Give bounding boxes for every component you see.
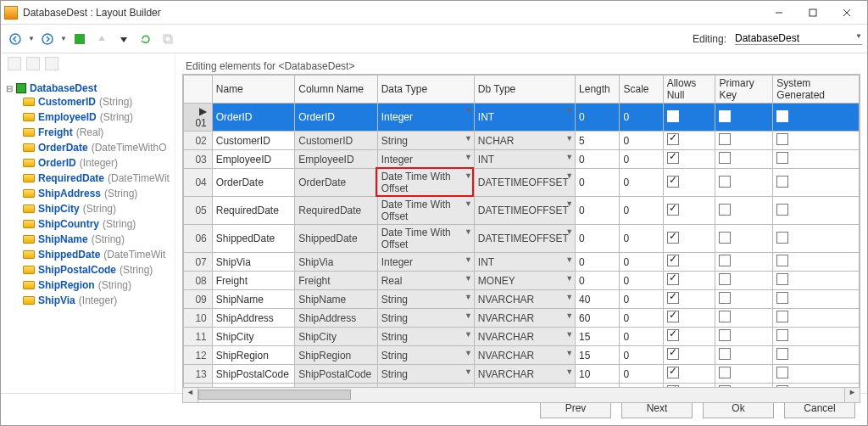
chevron-down-icon[interactable]: ▼ [465,293,472,301]
cell-scale[interactable]: 0 [620,104,663,132]
checkbox-icon[interactable] [719,232,731,244]
row-header[interactable]: 04 [184,169,213,197]
scrollbar-thumb[interactable] [198,390,351,400]
checkbox-icon[interactable] [719,176,731,188]
cell-name[interactable]: CustomerID [212,132,294,150]
row-header[interactable]: 10 [184,309,213,328]
tree-item[interactable]: RequiredDate (DateTimeWit [23,171,171,186]
cell-scale[interactable]: 0 [620,346,663,365]
cell-db-type[interactable]: NVARCHAR▼ [474,309,575,328]
cell-primary-key[interactable] [715,346,773,365]
cell-scale[interactable]: 0 [620,272,663,290]
stop-button[interactable] [70,30,89,48]
checkbox-icon[interactable] [776,367,788,378]
chevron-down-icon[interactable]: ▼ [465,171,472,180]
cell-scale[interactable]: 0 [620,132,663,150]
cell-scale[interactable]: 0 [620,225,663,253]
cell-allows-null[interactable] [663,104,715,132]
checkbox-icon[interactable] [667,348,679,360]
grid[interactable]: NameColumn NameData TypeDb TypeLengthSca… [182,74,860,388]
cell-system-generated[interactable] [773,253,860,272]
cell-column-name[interactable]: CustomerID [295,132,377,150]
cell-primary-key[interactable] [715,290,773,309]
column-header[interactable]: Scale [620,76,663,104]
chevron-down-icon[interactable]: ▼ [565,311,573,320]
checkbox-icon[interactable] [776,133,788,145]
row-header[interactable]: 03 [184,150,213,169]
cell-scale[interactable]: 0 [620,309,663,328]
cell-db-type[interactable]: INT▼ [474,150,575,169]
cell-primary-key[interactable] [715,225,773,253]
tree-item[interactable]: ShipPostalCode (String) [23,262,171,277]
tree-tool-1[interactable] [8,57,21,70]
row-header[interactable]: 08 [184,272,213,290]
cell-length[interactable]: 60 [576,309,620,328]
cell-allows-null[interactable] [663,197,715,225]
cell-system-generated[interactable] [773,290,860,309]
checkbox-icon[interactable] [776,152,788,164]
chevron-down-icon[interactable]: ▼ [565,153,573,161]
chevron-down-icon[interactable]: ▼ [465,367,472,376]
checkbox-icon[interactable] [667,367,679,378]
cell-data-type[interactable]: Real▼ [377,272,474,290]
checkbox-icon[interactable] [719,292,731,304]
cell-length[interactable]: 15 [576,346,620,365]
cell-data-type[interactable]: String▼ [377,290,474,309]
checkbox-icon[interactable] [719,152,731,164]
checkbox-icon[interactable] [667,152,679,164]
cell-allows-null[interactable] [663,150,715,169]
cell-allows-null[interactable] [663,309,715,328]
cell-system-generated[interactable] [773,169,860,197]
chevron-down-icon[interactable]: ▼ [565,227,573,236]
cell-primary-key[interactable] [715,253,773,272]
checkbox-icon[interactable] [667,133,679,145]
cell-length[interactable]: 15 [576,328,620,346]
checkbox-icon[interactable] [667,292,679,304]
cell-data-type[interactable]: String▼ [377,328,474,346]
tree-root[interactable]: ⊟ DatabaseDest [6,82,171,94]
cell-allows-null[interactable] [663,290,715,309]
chevron-down-icon[interactable]: ▼ [565,367,573,376]
cell-allows-null[interactable] [663,132,715,150]
cell-name[interactable]: OrderDate [212,169,294,197]
cell-allows-null[interactable] [663,328,715,346]
cell-system-generated[interactable] [773,309,860,328]
column-header[interactable]: Primary Key [715,76,773,104]
cell-length[interactable]: 0 [576,253,620,272]
chevron-down-icon[interactable]: ▼ [465,199,472,208]
checkbox-icon[interactable] [776,232,788,244]
tree-item[interactable]: ShipName (String) [23,232,171,247]
table-row[interactable]: 02CustomerIDCustomerIDString▼NCHAR▼50 [184,132,860,150]
cell-name[interactable]: Freight [212,272,294,290]
cell-primary-key[interactable] [715,309,773,328]
chevron-down-icon[interactable]: ▼ [565,293,573,301]
back-drop-icon[interactable]: ▼ [28,35,35,42]
cell-allows-null[interactable] [663,365,715,384]
cell-name[interactable]: EmployeeID [212,150,294,169]
tree-item[interactable]: ShipAddress (String) [23,186,171,201]
chevron-down-icon[interactable]: ▼ [465,274,472,283]
row-header[interactable]: 06 [184,225,213,253]
cell-system-generated[interactable] [773,365,860,384]
cell-data-type[interactable]: Date Time With Offset▼ [377,225,474,253]
copy-button[interactable] [159,30,177,48]
checkbox-icon[interactable] [776,273,788,285]
cell-column-name[interactable]: Freight [295,272,377,290]
tree-tool-2[interactable] [26,57,40,70]
chevron-down-icon[interactable]: ▼ [565,106,573,115]
tree-item[interactable]: ShippedDate (DateTimeWit [23,247,171,262]
cell-length[interactable]: 0 [576,104,620,132]
cell-db-type[interactable]: DATETIMEOFFSET▼ [474,197,575,225]
tree-item[interactable]: ShipRegion (String) [23,277,171,293]
cell-column-name[interactable]: ShipRegion [295,346,377,365]
forward-button[interactable] [38,30,57,48]
chevron-down-icon[interactable]: ▼ [565,199,573,208]
cell-column-name[interactable]: EmployeeID [295,150,377,169]
cell-data-type[interactable]: String▼ [377,309,474,328]
cell-length[interactable]: 0 [576,225,620,253]
chevron-down-icon[interactable]: ▼ [565,349,573,357]
cell-primary-key[interactable] [715,104,773,132]
cell-length[interactable]: 10 [576,365,620,384]
cell-column-name[interactable]: ShipPostalCode [295,365,377,384]
chevron-down-icon[interactable]: ▼ [565,171,573,180]
